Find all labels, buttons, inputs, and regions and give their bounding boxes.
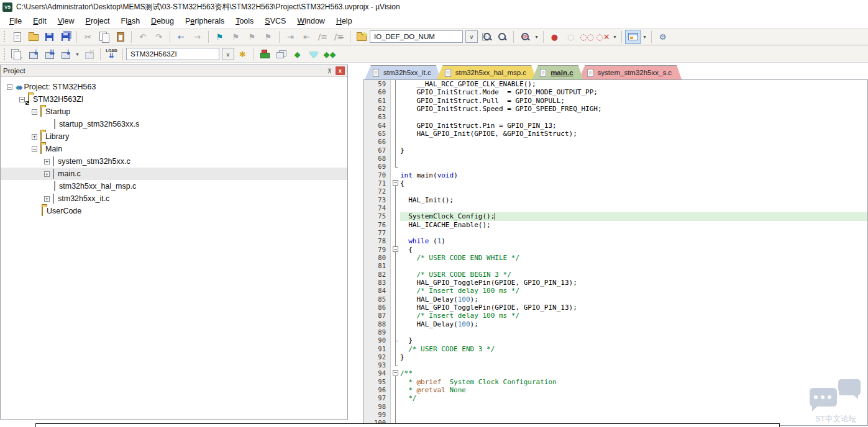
code-line-99[interactable]: 99: [363, 411, 867, 419]
tree-item-usercode[interactable]: UserCode: [1, 205, 347, 217]
code-line-96[interactable]: 96 * @retval None: [363, 386, 867, 394]
code-editor[interactable]: 59 __HAL_RCC_GPIOE_CLK_ENABLE();60 GPIO_…: [363, 79, 868, 426]
save-icon[interactable]: [42, 30, 57, 44]
clear-bookmarks-icon[interactable]: ⚑: [260, 30, 276, 44]
code-line-95[interactable]: 95 * @brief System Clock Configuration: [363, 378, 867, 386]
code-line-61[interactable]: 61 GPIO_InitStruct.Pull = GPIO_NOPULL;: [363, 97, 867, 105]
save-all-icon[interactable]: [58, 30, 73, 44]
output-dock-edge[interactable]: [35, 423, 780, 427]
code-line-64[interactable]: 64 GPIO_InitStruct.Pin = GPIO_PIN_13;: [363, 122, 867, 130]
comment-selection-icon[interactable]: ∕≡: [315, 30, 331, 44]
tree-item-system-stm32h5xx-c[interactable]: +system_stm32h5xx.c: [1, 155, 347, 168]
insert-breakpoint-icon[interactable]: ●: [547, 30, 562, 44]
translate-file-icon[interactable]: ⇣: [9, 47, 25, 61]
menu-flash[interactable]: Flash: [116, 15, 146, 27]
tab-main-c[interactable]: main.c: [532, 65, 583, 79]
code-line-60[interactable]: 60 GPIO_InitStruct.Mode = GPIO_MODE_OUTP…: [363, 88, 867, 96]
menu-svcs[interactable]: SVCS: [259, 15, 291, 27]
download-icon[interactable]: LOAD⇊: [104, 47, 119, 61]
toggle-bookmark-icon[interactable]: ⚑: [212, 30, 227, 44]
target-combo[interactable]: STM32H563ZI: [126, 48, 219, 60]
code-line-70[interactable]: 70int main(void): [363, 171, 867, 179]
fold-margin[interactable]: [391, 179, 400, 187]
fold-collapse-icon[interactable]: [393, 180, 398, 186]
configure-icon[interactable]: ⚙: [655, 30, 670, 44]
fold-collapse-icon[interactable]: [393, 370, 398, 375]
code-line-94[interactable]: 94/**: [363, 369, 867, 377]
code-line-84[interactable]: 84 /* Insert delay 100 ms */: [363, 287, 867, 295]
copy-icon[interactable]: [96, 30, 112, 44]
panel-splitter[interactable]: [349, 64, 363, 427]
collapse-icon[interactable]: −: [32, 146, 37, 152]
start-debug-session-icon[interactable]: [257, 47, 273, 61]
toolbar-grip[interactable]: [4, 31, 6, 42]
code-line-85[interactable]: 85 HAL_Delay(100);: [363, 295, 867, 303]
code-line-65[interactable]: 65 HAL_GPIO_Init(GPIOE, &GPIO_InitStruct…: [363, 130, 867, 138]
code-line-97[interactable]: 97 */: [363, 394, 867, 402]
tree-item-library[interactable]: +Library: [1, 130, 347, 143]
menu-peripherals[interactable]: Peripherals: [180, 15, 230, 27]
tree-item-startup-stm32h563xx-s[interactable]: startup_stm32h563xx.s: [1, 118, 347, 130]
tab-system-stm32h5xx-s-c[interactable]: system_stm32h5xx_s.c: [579, 65, 682, 79]
tree-item-stm32h563zi[interactable]: −STM32H563ZI: [1, 93, 347, 106]
code-line-81[interactable]: 81: [363, 262, 867, 270]
build-icon[interactable]: ⇣: [25, 47, 41, 61]
code-line-87[interactable]: 87 /* Insert delay 100 ms */: [363, 312, 867, 320]
code-line-77[interactable]: 77: [363, 229, 867, 237]
tree-item-main-c[interactable]: +main.c: [1, 168, 347, 180]
code-line-91[interactable]: 91 /* USER CODE END 3 */: [363, 345, 867, 353]
code-line-75[interactable]: 75 SystemClock_Config();: [363, 212, 867, 220]
code-line-72[interactable]: 72: [363, 187, 867, 196]
tab-stm32h5xx-it-c[interactable]: stm32h5xx_it.c: [365, 65, 441, 79]
close-icon[interactable]: x: [336, 66, 345, 75]
tree-item-startup[interactable]: −Startup: [1, 106, 347, 118]
menu-window[interactable]: Window: [291, 15, 330, 27]
collapse-icon[interactable]: −: [32, 109, 37, 115]
open-file-icon[interactable]: [25, 30, 41, 44]
find-icon[interactable]: @: [517, 30, 532, 44]
disable-breakpoint-icon[interactable]: ○: [563, 30, 578, 44]
tree-item-main[interactable]: −Main: [1, 143, 347, 155]
navigate-back-icon[interactable]: ←: [173, 30, 189, 44]
redo-icon[interactable]: ↷: [151, 30, 167, 44]
code-line-59[interactable]: 59 __HAL_RCC_GPIOE_CLK_ENABLE();: [363, 80, 867, 88]
fold-margin[interactable]: [391, 369, 400, 377]
fold-margin[interactable]: [391, 246, 400, 254]
code-line-78[interactable]: 78 while (1): [363, 237, 867, 245]
find-in-files-icon[interactable]: ✱: [354, 30, 369, 44]
code-line-69[interactable]: 69: [363, 163, 867, 171]
pin-icon[interactable]: ⊼: [325, 66, 334, 75]
code-line-93[interactable]: 93: [363, 361, 867, 369]
code-line-71[interactable]: 71{: [363, 179, 867, 187]
tree-item-stm32h5xx-hal-msp-c[interactable]: stm32h5xx_hal_msp.c: [1, 180, 347, 192]
disable-all-breakpoints-icon[interactable]: ◌◌: [579, 30, 595, 44]
unindent-icon[interactable]: ⇤: [299, 30, 314, 44]
prev-bookmark-icon[interactable]: ⚑: [228, 30, 244, 44]
collapse-icon[interactable]: −: [19, 97, 25, 102]
code-line-73[interactable]: 73 HAL_Init();: [363, 196, 867, 204]
undo-icon[interactable]: ↶: [135, 30, 150, 44]
code-line-66[interactable]: 66: [363, 138, 867, 146]
menu-view[interactable]: View: [52, 15, 80, 27]
tree-item-project-stm32h563[interactable]: −◆◆Project: STM32H563: [1, 81, 347, 93]
pack-installer-icon[interactable]: ◆◆: [322, 47, 337, 61]
find-dropdown[interactable]: ▾: [533, 30, 540, 44]
uncomment-selection-icon[interactable]: ∕≡̶: [331, 30, 347, 44]
menu-edit[interactable]: Edit: [27, 15, 52, 27]
code-line-76[interactable]: 76 HAL_ICACHE_Enable();: [363, 221, 867, 229]
menu-help[interactable]: Help: [331, 15, 358, 27]
search-combo[interactable]: IO_DEF_DO_NUM: [370, 30, 463, 43]
cut-icon[interactable]: ✂: [80, 30, 96, 44]
expand-icon[interactable]: +: [32, 134, 37, 140]
code-line-83[interactable]: 83 HAL_GPIO_TogglePin(GPIOE, GPIO_PIN_13…: [363, 279, 867, 287]
window-layout-icon[interactable]: [273, 47, 289, 61]
code-line-88[interactable]: 88 HAL_Delay(100);: [363, 320, 867, 328]
new-file-icon[interactable]: [9, 30, 25, 44]
paste-icon[interactable]: [112, 30, 128, 44]
expand-icon[interactable]: +: [44, 196, 50, 202]
navigate-forward-icon[interactable]: →: [190, 30, 205, 44]
fold-collapse-icon[interactable]: [393, 246, 398, 252]
incremental-find-icon[interactable]: ↓: [495, 30, 510, 44]
kill-all-breakpoints-icon[interactable]: ◌✕: [595, 30, 611, 44]
batch-build-dropdown[interactable]: ▾: [74, 47, 81, 61]
